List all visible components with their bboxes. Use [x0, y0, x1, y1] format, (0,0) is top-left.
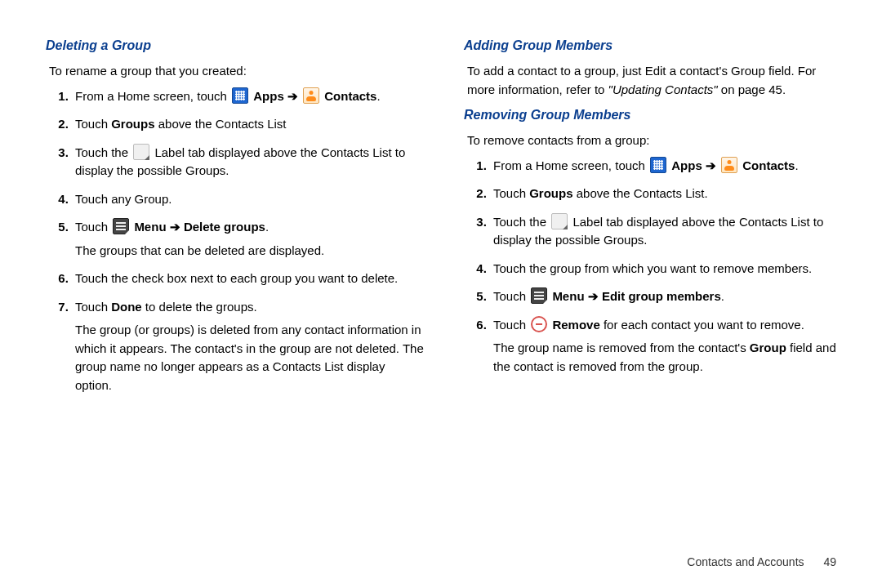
- step-2: Touch Groups above the Contacts List: [72, 115, 425, 134]
- adding-paragraph: To add a contact to a group, just Edit a…: [467, 62, 843, 99]
- left-column: Deleting a Group To rename a group that …: [46, 33, 425, 547]
- intro-removing: To remove contacts from a group:: [467, 131, 843, 150]
- rstep-4: Touch the group from which you want to r…: [490, 260, 843, 278]
- steps-removing: From a Home screen, touch Apps ➔ Contact…: [464, 157, 843, 376]
- rstep-3: Touch the Label tab displayed above the …: [490, 213, 843, 250]
- step-1: From a Home screen, touch Apps ➔ Contact…: [72, 87, 425, 106]
- label-icon: [551, 213, 568, 229]
- intro-deleting: To rename a group that you created:: [49, 62, 425, 81]
- step-4: Touch any Group.: [72, 190, 425, 209]
- label-icon: [133, 144, 149, 160]
- menu-icon: [531, 287, 547, 304]
- heading-adding-members: Adding Group Members: [464, 36, 843, 56]
- step-6: Touch the check box next to each group y…: [72, 270, 425, 288]
- footer-section: Contacts and Accounts: [687, 555, 804, 568]
- page-number: 49: [823, 555, 836, 568]
- contacts-icon: [721, 157, 737, 173]
- step-3: Touch the Label tab displayed above the …: [72, 144, 425, 180]
- rstep-6-followup: The group name is removed from the conta…: [493, 339, 843, 376]
- page-body: Deleting a Group To rename a group that …: [0, 0, 882, 564]
- remove-icon: [531, 316, 547, 332]
- heading-removing-members: Removing Group Members: [464, 105, 843, 125]
- right-column: Adding Group Members To add a contact to…: [464, 33, 843, 547]
- apps-icon: [650, 157, 666, 173]
- rstep-6: Touch Remove for each contact you want t…: [490, 316, 843, 376]
- rstep-1: From a Home screen, touch Apps ➔ Contact…: [490, 157, 843, 176]
- page-footer: Contacts and Accounts 49: [687, 555, 836, 568]
- menu-icon: [113, 218, 129, 234]
- contacts-icon: [303, 87, 319, 104]
- heading-deleting-group: Deleting a Group: [46, 36, 425, 56]
- rstep-5: Touch Menu ➔ Edit group members.: [490, 287, 843, 306]
- steps-deleting: From a Home screen, touch Apps ➔ Contact…: [46, 87, 425, 395]
- step-7: Touch Done to delete the groups. The gro…: [72, 298, 425, 395]
- rstep-2: Touch Groups above the Contacts List.: [490, 185, 843, 203]
- step-5: Touch Menu ➔ Delete groups. The groups t…: [72, 218, 425, 260]
- apps-icon: [232, 87, 248, 104]
